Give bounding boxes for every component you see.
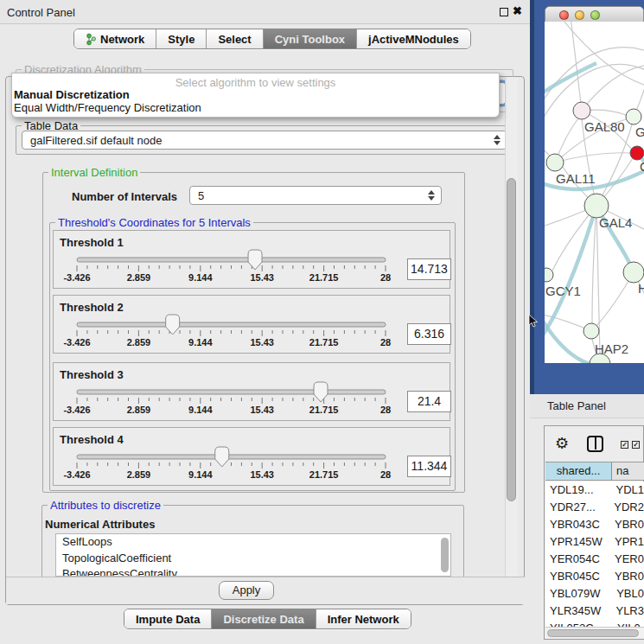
cell-shared-name[interactable]: YPR145W	[545, 533, 609, 551]
minimize-traffic-light-icon[interactable]	[575, 10, 584, 20]
network-node-GAL4	[584, 194, 609, 218]
tab-discretize-data[interactable]: Discretize Data	[211, 609, 315, 628]
cell-shared-name[interactable]: YBR043C	[545, 516, 609, 533]
table-rows: YDL19...YDL1YDR27...YDR2YBR043CYBR0YPR14…	[545, 481, 644, 627]
attribute-item[interactable]: TopologicalCoefficient	[56, 551, 450, 567]
svg-text:28: 28	[380, 337, 391, 348]
cell-name[interactable]: YPR1	[609, 533, 644, 551]
table-toolbar: ⚙ ✓ ✓	[545, 426, 643, 462]
number-of-intervals-combobox[interactable]: 5	[189, 186, 442, 205]
threshold-slider[interactable]: -3.4262.8599.14415.4321.71528	[54, 243, 451, 290]
table-header-row: shared... na	[545, 462, 644, 481]
column-header-shared-name[interactable]: shared...	[545, 462, 612, 480]
control-panel: Control Panel ✖ NetworkStyleSelectCyni T…	[0, 0, 530, 644]
cell-shared-name[interactable]: YER054C	[545, 551, 609, 568]
cell-name[interactable]: YLR3	[610, 603, 644, 620]
column-header-name[interactable]: na	[612, 462, 644, 480]
threshold-value-field[interactable]: 14.713	[407, 258, 451, 280]
cell-shared-name[interactable]: YIL052C	[545, 620, 612, 627]
table-row[interactable]: YPR145WYPR1	[545, 533, 644, 551]
zoom-traffic-light-icon[interactable]	[590, 10, 600, 20]
threshold-slider[interactable]: -3.4262.8599.14415.4321.71528	[54, 308, 451, 354]
threshold-slider[interactable]: -3.4262.8599.14415.4321.71528	[54, 440, 451, 487]
gear-icon[interactable]: ⚙	[555, 434, 569, 453]
table-row[interactable]: YLR345WYLR3	[545, 603, 644, 620]
tab-select[interactable]: Select	[206, 29, 262, 48]
svg-text:21.715: 21.715	[309, 405, 339, 415]
table-row[interactable]: YBR045CYBR0	[545, 568, 644, 585]
cell-shared-name[interactable]: YDL19...	[545, 481, 610, 499]
dropdown-option-manual-discretization[interactable]: Manual Discretization	[12, 88, 499, 101]
cell-shared-name[interactable]: YBR045C	[545, 568, 609, 585]
tab-label: Network	[100, 33, 144, 46]
tab-style[interactable]: Style	[156, 29, 206, 48]
cell-name[interactable]: YBL0	[611, 585, 644, 603]
svg-text:-3.426: -3.426	[63, 337, 90, 348]
cell-name[interactable]: YBR0	[609, 568, 644, 585]
svg-text:-3.426: -3.426	[63, 469, 90, 480]
threshold-panel-3: Threshold 3-3.4262.8599.14415.4321.71528…	[53, 362, 450, 421]
tab-network[interactable]: Network	[74, 29, 156, 48]
float-panel-icon[interactable]	[500, 8, 508, 16]
numerical-attributes-list[interactable]: SelfLoopsTopologicalCoefficientBetweenne…	[55, 533, 451, 577]
cell-name[interactable]: YDL1	[610, 481, 644, 499]
tab-impute-data[interactable]: Impute Data	[124, 609, 211, 628]
network-window-titlebar[interactable]	[545, 7, 644, 22]
table-row[interactable]: YER054CYER0	[545, 551, 644, 568]
svg-text:15.43: 15.43	[250, 405, 274, 415]
svg-text:15.43: 15.43	[250, 469, 274, 480]
table-hscrollbar-track[interactable]	[545, 627, 644, 639]
tab-jactivemnodules[interactable]: jActiveMNodules	[356, 29, 470, 48]
cell-shared-name[interactable]: YDR27...	[545, 499, 609, 516]
svg-text:21.715: 21.715	[309, 337, 339, 348]
cell-name[interactable]: YBR0	[609, 516, 644, 533]
list-scrollbar[interactable]	[441, 538, 449, 572]
cell-name[interactable]: YER0	[609, 551, 644, 568]
table-row[interactable]: YDR27...YDR2	[545, 499, 644, 516]
group-title-interval-definition: Interval Definition	[48, 166, 140, 179]
attribute-item[interactable]: BetweennessCentrality	[56, 566, 450, 577]
tab-infer-network[interactable]: Infer Network	[316, 609, 411, 628]
tab-cyni-toolbox[interactable]: Cyni Toolbox	[263, 29, 356, 48]
node-label: GCY1	[545, 284, 581, 298]
dropdown-option-equal-width-frequency-discretization[interactable]: Equal Width/Frequency Discretization	[12, 101, 499, 114]
threshold-value-field[interactable]: 6.316	[407, 323, 451, 345]
cell-name[interactable]: YDR2	[609, 499, 644, 516]
threshold-slider[interactable]: -3.4262.8599.14415.4321.71528	[54, 375, 451, 422]
panel-title: Control Panel	[7, 6, 75, 19]
table-row[interactable]: YIL052CYIL0	[545, 620, 644, 627]
tab-label: Infer Network	[328, 613, 399, 626]
node-label: GAL4	[599, 215, 632, 230]
group-title-thresholds: Threshold's Coordinates for 5 Intervals	[55, 216, 253, 229]
threshold-value-field[interactable]: 11.344	[407, 456, 451, 477]
cell-shared-name[interactable]: YBL079W	[545, 585, 611, 603]
svg-text:9.144: 9.144	[188, 469, 213, 480]
control-panel-titlebar: Control Panel ✖	[0, 0, 530, 24]
network-canvas[interactable]: GAL80GACGAL11GAL4GCY1HHAP2	[545, 22, 644, 363]
table-hscrollbar-thumb[interactable]	[547, 629, 639, 637]
deselect-checkbox-icon[interactable]: ✓	[632, 441, 640, 449]
tab-label: Impute Data	[136, 613, 200, 626]
svg-text:-3.426: -3.426	[63, 405, 90, 415]
select-all-checkbox-icon[interactable]: ✓	[621, 441, 628, 449]
cell-shared-name[interactable]: YLR345W	[545, 603, 610, 620]
table-data-combobox[interactable]: galFiltered.sif default node	[22, 131, 507, 150]
number-of-intervals-value: 5	[198, 189, 204, 202]
apply-button[interactable]: Apply	[219, 581, 274, 600]
columns-icon[interactable]	[587, 436, 603, 452]
table-row[interactable]: YBL079WYBL0	[545, 585, 644, 603]
network-node-GAL80	[573, 102, 590, 119]
attribute-item[interactable]: SelfLoops	[56, 534, 450, 551]
close-traffic-light-icon[interactable]	[559, 10, 569, 20]
network-icon	[86, 33, 96, 46]
threshold-value-field[interactable]: 21.4	[407, 391, 451, 412]
svg-text:2.859: 2.859	[127, 337, 151, 348]
close-icon[interactable]: ✖	[513, 4, 522, 17]
panel-scrollbar-thumb[interactable]	[507, 178, 516, 501]
top-tab-bar: NetworkStyleSelectCyni ToolboxjActiveMNo…	[73, 29, 471, 49]
svg-text:2.859: 2.859	[127, 405, 151, 415]
table-row[interactable]: YDL19...YDL1	[545, 481, 644, 499]
cell-name[interactable]: YIL0	[612, 620, 644, 627]
table-row[interactable]: YBR043CYBR0	[545, 516, 644, 533]
network-node-HAP2	[583, 323, 599, 339]
